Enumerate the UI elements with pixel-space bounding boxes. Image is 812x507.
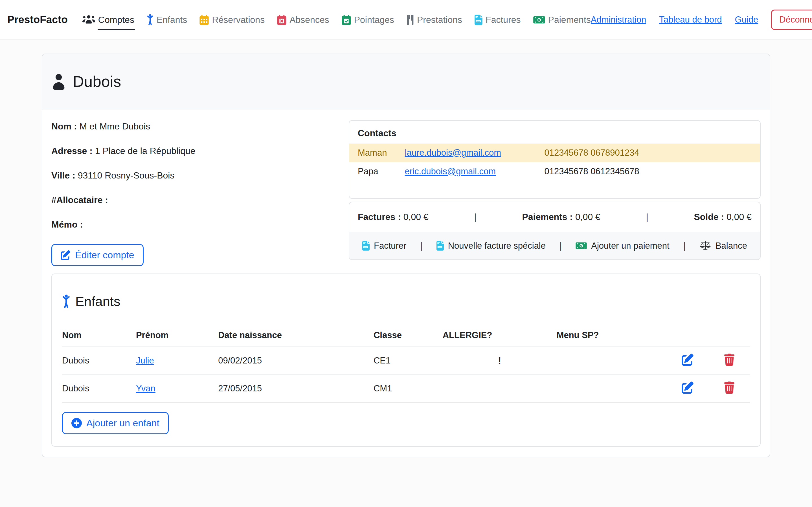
children-title: Enfants xyxy=(75,293,120,309)
nav-item-label: Prestations xyxy=(417,15,462,25)
file-invoice-icon xyxy=(436,241,444,251)
ajouter-paiement-action[interactable]: Ajouter un paiement xyxy=(576,241,669,251)
child-classe: CE1 xyxy=(374,347,443,375)
facturer-action[interactable]: Facturer xyxy=(362,241,406,251)
separator: | xyxy=(420,241,423,251)
nouvelle-facture-speciale-action[interactable]: Nouvelle facture spéciale xyxy=(436,241,546,251)
nav-item-label: Enfants xyxy=(157,15,187,25)
trash-icon xyxy=(724,354,735,366)
children-card: Enfants Nom Prénom Date naissance Classe… xyxy=(51,274,761,447)
link-guide[interactable]: Guide xyxy=(735,15,758,25)
solde-total: Solde : 0,00 € xyxy=(694,212,752,222)
child-nom: Dubois xyxy=(62,375,136,403)
add-child-button[interactable]: Ajouter un enfant xyxy=(62,412,169,434)
children-table: Nom Prénom Date naissance Classe ALLERGI… xyxy=(62,326,750,403)
calendar-check-icon xyxy=(342,15,351,25)
billing-actions: Facturer | Nouvelle facture spéciale | A… xyxy=(349,232,760,260)
nav-item-paiements[interactable]: Paiements xyxy=(533,15,591,25)
pen-square-icon xyxy=(682,382,694,394)
billing-card: Factures : 0,00 € | Paiements : 0,00 € |… xyxy=(349,202,761,260)
contact-row-maman: Maman laure.dubois@gmail.com 012345678 0… xyxy=(349,144,760,162)
utensils-icon xyxy=(407,14,414,25)
contact-email-link[interactable]: eric.dubois@gmail.com xyxy=(405,166,496,176)
main-nav: Comptes Enfants Réservations Absences Po… xyxy=(83,14,591,25)
field-ville: Ville : 93110 Rosny-Sous-Bois xyxy=(51,170,335,181)
child-menu-sp xyxy=(557,375,667,403)
col-header-classe: Classe xyxy=(374,326,443,347)
file-invoice-icon xyxy=(362,241,370,251)
money-bill-icon xyxy=(576,241,587,251)
children-header: Enfants xyxy=(62,283,750,320)
nav-item-label: Paiements xyxy=(548,15,591,25)
nav-item-pointages[interactable]: Pointages xyxy=(342,15,394,25)
field-adresse: Adresse : 1 Place de la République xyxy=(51,146,335,156)
paiements-total: Paiements : 0,00 € xyxy=(522,212,600,222)
billing-summary: Factures : 0,00 € | Paiements : 0,00 € |… xyxy=(349,202,760,232)
delete-child-button[interactable] xyxy=(724,382,735,394)
allergy-exclamation: ! xyxy=(498,355,501,366)
separator: | xyxy=(559,241,562,251)
link-administration[interactable]: Administration xyxy=(591,15,646,25)
field-allocataire: #Allocataire : xyxy=(51,195,335,205)
child-classe: CM1 xyxy=(374,375,443,403)
page-title: Dubois xyxy=(73,72,121,91)
delete-child-button[interactable] xyxy=(724,354,735,366)
child-row-yvan: Dubois Yvan 27/05/2015 CM1 xyxy=(62,375,750,403)
main-content: Dubois Nom : M et Mme Dubois Adresse : 1… xyxy=(42,54,770,457)
secondary-nav: Administration Tableau de bord Guide Déc… xyxy=(591,10,812,30)
users-icon xyxy=(83,15,95,25)
trash-icon xyxy=(724,382,735,394)
account-card: Dubois Nom : M et Mme Dubois Adresse : 1… xyxy=(42,54,770,457)
field-memo: Mémo : xyxy=(51,219,335,230)
col-header-prenom: Prénom xyxy=(136,326,218,347)
contact-email-link[interactable]: laure.dubois@gmail.com xyxy=(405,148,501,158)
child-nom: Dubois xyxy=(62,347,136,375)
separator: | xyxy=(474,212,476,222)
child-icon xyxy=(147,14,154,25)
contacts-card: Contacts Maman laure.dubois@gmail.com 01… xyxy=(349,120,761,199)
col-header-allergie: ALLERGIE? xyxy=(443,326,557,347)
factures-total: Factures : 0,00 € xyxy=(358,212,429,222)
edit-child-button[interactable] xyxy=(682,382,694,394)
nav-item-label: Réservations xyxy=(212,15,265,25)
contacts-table: Maman laure.dubois@gmail.com 012345678 0… xyxy=(349,144,760,181)
logout-button[interactable]: Déconnexion xyxy=(771,10,812,30)
nav-item-enfants[interactable]: Enfants xyxy=(147,14,187,25)
calendar-xmark-icon xyxy=(277,15,286,25)
child-menu-sp xyxy=(557,347,667,375)
nav-item-reservations[interactable]: Réservations xyxy=(200,15,265,25)
pen-square-icon xyxy=(682,354,694,366)
nav-item-label: Pointages xyxy=(354,15,394,25)
contact-relation: Papa xyxy=(349,162,405,181)
pen-square-icon xyxy=(61,250,70,260)
col-header-nom: Nom xyxy=(62,326,136,347)
contact-relation: Maman xyxy=(349,144,405,162)
nav-item-label: Comptes xyxy=(98,15,134,25)
child-prenom-link[interactable]: Yvan xyxy=(136,384,156,393)
scale-balanced-icon xyxy=(699,241,711,251)
child-date-naissance: 27/05/2015 xyxy=(218,375,374,403)
contact-row-papa: Papa eric.dubois@gmail.com 012345678 061… xyxy=(349,162,760,181)
col-header-date-naissance: Date naissance xyxy=(218,326,374,347)
contacts-title: Contacts xyxy=(349,128,760,138)
top-navbar: PrestoFacto Comptes Enfants Réservations… xyxy=(0,0,812,40)
nav-item-absences[interactable]: Absences xyxy=(277,15,329,25)
edit-account-button[interactable]: Éditer compte xyxy=(51,244,144,266)
contact-phones: 012345678 0612345678 xyxy=(545,162,760,181)
brand-logo[interactable]: PrestoFacto xyxy=(7,14,68,26)
nav-item-comptes[interactable]: Comptes xyxy=(83,15,134,25)
account-details: Nom : M et Mme Dubois Adresse : 1 Place … xyxy=(51,120,335,266)
field-nom: Nom : M et Mme Dubois xyxy=(51,121,335,132)
child-prenom-link[interactable]: Julie xyxy=(136,355,154,365)
nav-item-factures[interactable]: Factures xyxy=(475,15,521,25)
link-tableau-de-bord[interactable]: Tableau de bord xyxy=(659,15,722,25)
separator: | xyxy=(683,241,686,251)
contact-phones: 012345678 0678901234 xyxy=(545,144,760,162)
col-header-menu-sp: Menu SP? xyxy=(557,326,667,347)
edit-child-button[interactable] xyxy=(682,354,694,366)
child-icon xyxy=(62,294,70,308)
balance-action[interactable]: Balance xyxy=(699,241,747,251)
file-invoice-icon xyxy=(475,15,482,25)
nav-item-prestations[interactable]: Prestations xyxy=(407,14,462,25)
separator: | xyxy=(646,212,648,222)
